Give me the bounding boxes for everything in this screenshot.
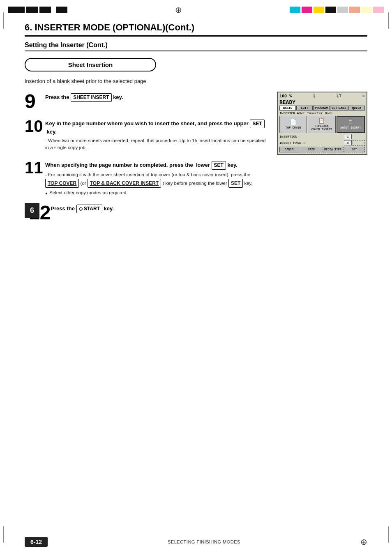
main-columns: 9 Press the SHEET INSERT key. 10 Key in … [25, 92, 367, 223]
step-10-title: Key in the page number where you wish to… [45, 120, 269, 136]
screen-insert-page-row: INSERT PAGE : 0 [279, 140, 365, 146]
top-back-cover-icon: 📋 [318, 117, 325, 124]
step-10-body-p1: - When two or more sheets are inserted, … [45, 137, 269, 152]
black-sq-4 [56, 7, 67, 13]
step-11-title: When specifying the page number is compl… [45, 161, 269, 170]
screen-paper-icon: ≡ [362, 94, 365, 99]
set-key-lower: SET [212, 161, 226, 170]
screen-tab-edit[interactable]: EDIT [296, 106, 313, 111]
set-key-ref: SET [228, 179, 243, 188]
cs-yellow [314, 7, 324, 13]
footer-page-num: 6-12 [25, 537, 48, 547]
screen-tab-quick[interactable]: QUICK [348, 106, 365, 111]
screen-insert-page-label: INSERT PAGE : [279, 141, 343, 145]
screen-page-num: 1 [313, 94, 315, 99]
insertion-desc: Insertion of a blank sheet prior to the … [25, 78, 367, 84]
screen-icons-row: 📄 TOP COVER 📋 TOP&BACK COVER INSERT 🗒 SH… [279, 116, 365, 133]
cs-lightyellow [361, 7, 372, 13]
screen-sim: 100 % 1 LT ≡ READY BASIC EDIT PROGRAM SE… [277, 92, 367, 155]
step-10-body: - When two or more sheets are inserted, … [45, 137, 269, 152]
sheet-insertion-wrapper: Sheet Insertion [25, 58, 367, 75]
sheet-insert-icon: 🗒 [348, 119, 353, 126]
top-bar: ⊕ [0, 0, 392, 18]
step-11-number: 11 [25, 159, 45, 176]
top-cover-label: TOP COVER [286, 126, 301, 129]
cs-cyan [290, 7, 300, 13]
screen-size-btn[interactable]: SIZE [301, 147, 322, 152]
section-heading: Setting the Inserter (Cont.) [25, 41, 367, 51]
step-11-body-p1: - For combining it with the cover sheet … [45, 171, 269, 187]
screen-top-bar: 100 % 1 LT ≡ [279, 94, 365, 99]
step-12-title: Press the ◇ START key. [51, 205, 114, 213]
cs-magenta [302, 7, 312, 13]
page-footer: 6-12 SELECTING FINISHING MODES ⊕ [0, 537, 392, 547]
top-back-cover-label: TOP&BACK COVER INSERT [310, 124, 333, 131]
screen-tab-program[interactable]: PROGRAM [313, 106, 330, 111]
screen-sheet-insert-btn[interactable]: 🗒 SHEET INSERT [337, 116, 365, 133]
sheet-insertion-box: Sheet Insertion [25, 58, 156, 71]
screen-cancel-btn[interactable]: CANCEL [279, 147, 300, 152]
step-10-number: 10 [25, 118, 45, 134]
step-9: 9 Press the SHEET INSERT key. [25, 92, 269, 111]
black-sq-1 [8, 7, 25, 13]
chapter-heading: 6. INSERTER MODE (OPTIONAL)(Cont.) [25, 22, 367, 37]
compass-top-icon: ⊕ [175, 5, 182, 15]
sheet-insert-label: SHEET INSERT [340, 126, 361, 129]
cs-salmon [349, 7, 360, 13]
top-back-cover-key: TOP & BACK COVER INSERT [88, 179, 161, 188]
screen-tab-basic[interactable]: BASIC [279, 106, 296, 111]
screen-insert-page-value: 0 [344, 140, 352, 145]
screen-insertion-row: INSERTION : 1 [279, 134, 365, 139]
top-cover-key: TOP COVER [45, 179, 79, 188]
step-9-content: Press the SHEET INSERT key. [45, 92, 269, 104]
screen-media-type-btn[interactable]: MEDIA TYPE [323, 147, 344, 152]
screen-top-back-cover-btn[interactable]: 📋 TOP&BACK COVER INSERT [308, 116, 335, 133]
step-11-content: When specifying the page number is compl… [45, 159, 269, 196]
screen-paper: LT [337, 94, 341, 99]
step-12-content: Press the ◇ START key. [51, 203, 114, 215]
screen-tab-settings[interactable]: SETTINGS [330, 106, 348, 111]
content-area: 6. INSERTER MODE (OPTIONAL)(Cont.) Setti… [0, 18, 392, 231]
cs-black [325, 7, 336, 13]
footer-text: SELECTING FINISHING MODES [168, 539, 240, 544]
screen-col: 100 % 1 LT ≡ READY BASIC EDIT PROGRAM SE… [277, 92, 367, 155]
step-9-number: 9 [25, 92, 45, 111]
screen-top-cover-btn[interactable]: 📄 TOP COVER [279, 116, 307, 133]
black-sq-3 [39, 7, 51, 13]
black-sq-2 [26, 7, 38, 13]
step-11-body: - For combining it with the cover sheet … [45, 171, 269, 196]
step-12: 12 Press the ◇ START key. [29, 203, 114, 223]
set-key-upper: SET [250, 120, 264, 128]
screen-ready: READY [279, 99, 365, 106]
side-tab: 6 [25, 203, 39, 218]
cs-lightpink [373, 7, 384, 13]
screen-set-btn[interactable]: SET [344, 147, 365, 152]
start-key: ◇ START [76, 205, 102, 213]
screen-bottom-row: CANCEL SIZE MEDIA TYPE SET [279, 147, 365, 152]
step-10-content: Key in the page number where you wish to… [45, 118, 269, 153]
screen-label-row: INSERTER ►Set Inserter Mode [279, 111, 365, 115]
step-11-bullet: Select other copy modes as required. [45, 189, 269, 196]
black-squares-left [8, 7, 67, 13]
color-squares-right [290, 7, 384, 13]
screen-insertion-label: INSERTION : [279, 135, 343, 138]
sheet-insert-key: SHEET INSERT [71, 93, 111, 102]
step-11: 11 When specifying the page number is co… [25, 159, 269, 196]
screen-insertion-value: 1 [344, 134, 352, 139]
step-12-wrapper: 6 12 Press the ◇ START key. [25, 203, 269, 223]
step-9-title: Press the SHEET INSERT key. [45, 93, 269, 102]
screen-insert-page-extra [353, 140, 365, 146]
screen-percent: 100 % [279, 94, 292, 99]
step-10: 10 Key in the page number where you wish… [25, 118, 269, 153]
screen-tab-row: BASIC EDIT PROGRAM SETTINGS QUICK [279, 106, 365, 111]
top-cover-icon: 📄 [290, 119, 297, 126]
cs-lightgray [337, 7, 348, 13]
instructions-col: 9 Press the SHEET INSERT key. 10 Key in … [25, 92, 269, 223]
footer-compass-icon: ⊕ [360, 537, 367, 547]
